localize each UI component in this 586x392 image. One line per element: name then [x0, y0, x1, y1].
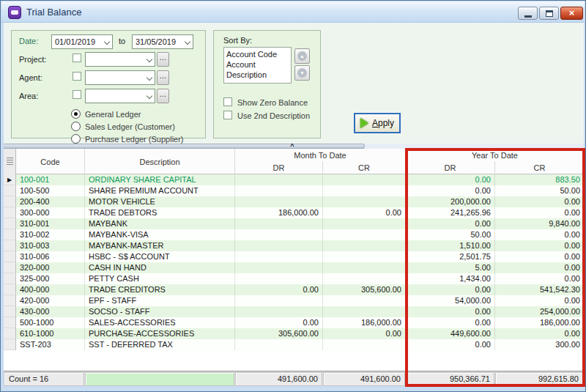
cell-ytd-cr[interactable]: 0.00 [495, 251, 584, 262]
table-row[interactable]: 400-000 TRADE CREDITORS 0.00 305,600.00 … [4, 284, 584, 295]
project-combobox[interactable] [85, 52, 155, 67]
cell-ytd-cr[interactable]: 186,000.00 [495, 317, 584, 328]
cell-mtd-cr[interactable]: 0.00 [323, 328, 406, 339]
chevron-down-icon[interactable] [146, 75, 152, 81]
cell-code[interactable]: 100-500 [16, 185, 85, 196]
project-browse-button[interactable]: … [157, 52, 169, 67]
maximize-button[interactable] [539, 7, 559, 20]
cell-mtd-dr[interactable] [235, 339, 323, 350]
cell-code[interactable]: 420-000 [16, 295, 85, 306]
area-combobox[interactable] [85, 89, 155, 103]
cell-mtd-dr[interactable] [235, 229, 323, 240]
cell-description[interactable]: MAYBANK-MASTER [85, 240, 235, 251]
minimize-button[interactable] [518, 7, 538, 20]
cell-ytd-cr[interactable]: 0.00 [495, 229, 584, 240]
cell-description[interactable]: SOCSO - STAFF [85, 306, 235, 317]
cell-ytd-dr[interactable]: 0.00 [406, 317, 495, 328]
cell-ytd-dr[interactable]: 0.00 [406, 339, 495, 350]
area-browse-button[interactable]: … [157, 89, 169, 103]
table-row[interactable]: SST-203 SST - DEFERRED TAX 0.00 300.00 [4, 339, 584, 350]
cell-description[interactable]: ORDINARY SHARE CAPITAL [85, 174, 235, 185]
agent-combobox[interactable] [85, 70, 155, 85]
table-row[interactable]: ▶ 100-001 ORDINARY SHARE CAPITAL 0.00 88… [4, 174, 584, 185]
cell-description[interactable]: EPF - STAFF [85, 295, 235, 306]
cell-ytd-dr[interactable]: 2,501.75 [406, 251, 495, 262]
cell-ytd-dr[interactable]: 0.00 [406, 185, 495, 196]
cell-ytd-dr[interactable]: 200,000.00 [406, 196, 495, 207]
cell-mtd-dr[interactable] [235, 262, 323, 273]
cell-mtd-dr[interactable] [235, 273, 323, 284]
cell-mtd-cr[interactable] [323, 273, 406, 284]
month-to-date-band-header[interactable]: Month To Date [235, 149, 406, 161]
ytd-dr-column-header[interactable]: DR [406, 161, 495, 174]
cell-mtd-dr[interactable]: 0.00 [235, 284, 323, 295]
cell-mtd-dr[interactable]: 186,000.00 [235, 207, 323, 218]
radio-purchase-ledger[interactable] [71, 134, 81, 144]
cell-description[interactable]: SST - DEFERRED TAX [85, 339, 235, 350]
table-row[interactable]: 325-000 PETTY CASH 1,434.00 0.00 [4, 273, 584, 284]
cell-ytd-dr[interactable]: 0.00 [406, 218, 495, 229]
cell-code[interactable]: 430-000 [16, 306, 85, 317]
sort-option-account-description[interactable]: Account Description [226, 59, 289, 80]
cell-code[interactable]: 500-1000 [16, 317, 85, 328]
splitter-bar[interactable] [4, 144, 365, 149]
cell-description[interactable]: HSBC - S$ ACCOUNT [85, 251, 235, 262]
cell-code[interactable]: 400-000 [16, 284, 85, 295]
horizontal-splitter[interactable]: ^ [4, 144, 584, 149]
chevron-down-icon[interactable] [185, 39, 190, 45]
agent-checkbox[interactable] [73, 72, 81, 81]
cell-ytd-cr[interactable]: 0.00 [495, 207, 584, 218]
cell-code[interactable]: 325-000 [16, 273, 85, 284]
cell-ytd-cr[interactable]: 541,542.30 [495, 284, 584, 295]
cell-mtd-cr[interactable] [323, 174, 406, 185]
cell-ytd-dr[interactable]: 1,434.00 [406, 273, 495, 284]
ytd-cr-column-header[interactable]: CR [495, 161, 584, 174]
table-row[interactable]: 430-000 SOCSO - STAFF 0.00 254,000.00 [4, 306, 584, 317]
cell-code[interactable]: 310-003 [16, 240, 85, 251]
table-row[interactable]: 200-400 MOTOR VEHICLE 200,000.00 0.00 [4, 196, 584, 207]
cell-mtd-dr[interactable]: 0.00 [235, 317, 323, 328]
chevron-down-icon[interactable] [146, 93, 152, 99]
table-row[interactable]: 300-000 TRADE DEBTORS 186,000.00 0.00 24… [4, 207, 584, 218]
table-row[interactable]: 610-1000 PURCHASE-ACCESSORIES 305,600.00… [4, 328, 584, 339]
sort-option-account-code[interactable]: Account Code [226, 49, 289, 59]
mtd-cr-column-header[interactable]: CR [323, 161, 406, 174]
collapse-icon[interactable]: ^ [286, 143, 298, 149]
cell-ytd-cr[interactable]: 0.00 [495, 273, 584, 284]
cell-ytd-cr[interactable]: 254,000.00 [495, 306, 584, 317]
move-up-button[interactable]: ▲ [294, 48, 310, 64]
cell-code[interactable]: 310-002 [16, 229, 85, 240]
cell-code[interactable]: SST-203 [16, 339, 85, 350]
description-column-header[interactable]: Description [85, 149, 235, 174]
cell-description[interactable]: TRADE CREDITORS [85, 284, 235, 295]
cell-mtd-dr[interactable] [235, 196, 323, 207]
cell-ytd-dr[interactable]: 50.00 [406, 229, 495, 240]
cell-ytd-dr[interactable]: 5.00 [406, 262, 495, 273]
cell-description[interactable]: SALES-ACCESSORIES [85, 317, 235, 328]
cell-ytd-dr[interactable]: 0.00 [406, 306, 495, 317]
cell-mtd-cr[interactable] [323, 339, 406, 350]
mtd-dr-column-header[interactable]: DR [235, 161, 323, 174]
date-from-combobox[interactable]: 01/01/2019 [51, 34, 113, 49]
cell-mtd-dr[interactable] [235, 306, 323, 317]
cell-description[interactable]: TRADE DEBTORS [85, 207, 235, 218]
cell-ytd-cr[interactable]: 0.00 [495, 196, 584, 207]
chevron-down-icon[interactable] [146, 56, 152, 62]
cell-mtd-dr[interactable] [235, 218, 323, 229]
date-to-combobox[interactable]: 31/05/2019 [132, 34, 193, 49]
cell-code[interactable]: 310-001 [16, 218, 85, 229]
cell-ytd-cr[interactable]: 50.00 [495, 185, 584, 196]
cell-ytd-dr[interactable]: 54,000.00 [406, 295, 495, 306]
cell-code[interactable]: 100-001 [16, 174, 85, 185]
cell-mtd-dr[interactable] [235, 240, 323, 251]
cell-mtd-dr[interactable] [235, 251, 323, 262]
cell-mtd-cr[interactable] [323, 229, 406, 240]
table-row[interactable]: 310-001 MAYBANK 0.00 9,840.00 [4, 218, 584, 229]
cell-ytd-dr[interactable]: 0.00 [406, 284, 495, 295]
radio-sales-ledger[interactable] [71, 122, 81, 131]
cell-mtd-cr[interactable] [323, 240, 406, 251]
table-row[interactable]: 310-002 MAYBANK-VISA 50.00 0.00 [4, 229, 584, 240]
cell-ytd-dr[interactable]: 0.00 [406, 174, 495, 185]
cell-mtd-cr[interactable]: 186,000.00 [323, 317, 406, 328]
chevron-down-icon[interactable] [104, 39, 110, 45]
